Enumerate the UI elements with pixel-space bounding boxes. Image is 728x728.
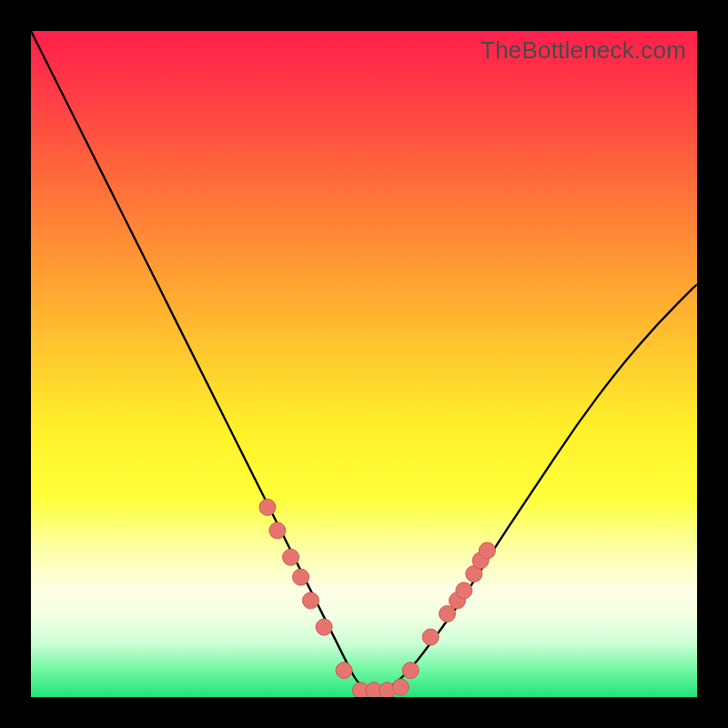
data-marker (316, 619, 332, 635)
data-marker (269, 522, 286, 539)
data-marker (466, 566, 482, 582)
data-marker (379, 682, 396, 697)
chart-frame: TheBottleneck.com (0, 0, 728, 728)
data-marker (472, 552, 489, 569)
data-marker (450, 592, 466, 609)
data-marker (336, 662, 352, 679)
data-marker (283, 549, 299, 565)
data-marker (402, 662, 419, 679)
watermark-text: TheBottleneck.com (480, 36, 686, 65)
data-marker (422, 629, 439, 645)
data-marker (479, 542, 495, 559)
bottleneck-curve (31, 31, 697, 691)
data-marker (293, 569, 309, 585)
chart-svg (31, 31, 697, 697)
data-marker (259, 499, 276, 515)
data-marker (366, 682, 382, 697)
data-marker (352, 682, 369, 697)
data-marker (302, 592, 318, 609)
data-marker (456, 582, 472, 599)
marker-group (259, 499, 496, 697)
data-marker (440, 606, 456, 622)
data-marker (392, 679, 409, 695)
plot-area: TheBottleneck.com (31, 31, 697, 697)
